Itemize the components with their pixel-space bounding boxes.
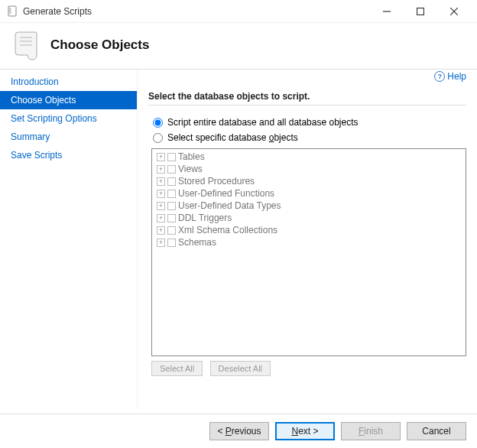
expand-icon[interactable]: + [157,226,165,235]
tree-item-user-defined-functions[interactable]: + User-Defined Functions [154,187,464,200]
expand-icon[interactable]: + [157,239,165,247]
wizard-sidebar: Introduction Choose Objects Set Scriptin… [0,70,138,409]
tree-item-label: Stored Procedures [178,176,255,187]
maximize-button[interactable] [404,1,437,22]
checkbox[interactable] [167,214,176,222]
checkbox[interactable] [167,226,176,235]
radio-select-specific[interactable]: Select specific database objects [148,130,466,145]
tree-item-label: Tables [178,151,205,162]
sidebar-item-choose-objects[interactable]: Choose Objects [0,91,137,109]
radio-script-entire-input[interactable] [153,118,163,128]
expand-icon[interactable]: + [157,153,165,161]
tree-item-label: Schemas [178,237,216,248]
sidebar-item-introduction[interactable]: Introduction [0,73,137,91]
radio-select-specific-input[interactable] [153,133,163,143]
checkbox[interactable] [167,190,176,198]
expand-icon[interactable]: + [157,190,165,198]
previous-button[interactable]: < Previous [209,422,269,440]
wizard-main: ? Help Select the database objects to sc… [138,70,477,409]
window-title: Generate Scripts [23,6,92,17]
expand-icon[interactable]: + [157,165,165,174]
sidebar-item-set-scripting-options[interactable]: Set Scripting Options [0,109,137,128]
radio-select-specific-label: Select specific database objects [167,132,298,143]
tree-item-user-defined-data-types[interactable]: + User-Defined Data Types [154,200,464,212]
next-button[interactable]: Next > [275,422,335,440]
tree-item-schemas[interactable]: + Schemas [154,236,464,248]
expand-icon[interactable]: + [157,177,165,186]
checkbox[interactable] [167,239,176,247]
sidebar-item-summary[interactable]: Summary [0,128,137,146]
minimize-button[interactable] [370,1,404,22]
cancel-button[interactable]: Cancel [407,422,466,440]
expand-icon[interactable]: + [157,214,165,222]
select-all-button: Select All [151,361,203,376]
radio-script-entire[interactable]: Script entire database and all database … [148,115,466,130]
radio-script-entire-label: Script entire database and all database … [167,117,359,128]
instruction-text: Select the database objects to script. [148,91,466,102]
script-icon [11,29,43,61]
help-label: Help [447,71,466,82]
titlebar: Generate Scripts [0,0,477,23]
wizard-footer: < Previous Next > Finish Cancel [0,414,477,448]
tree-item-xml-schema-collections[interactable]: + Xml Schema Collections [154,224,464,236]
tree-item-label: Views [178,164,203,174]
expand-icon[interactable]: + [157,202,165,210]
finish-button: Finish [341,422,401,440]
deselect-all-button: Deselect All [210,361,271,376]
tree-item-label: User-Defined Functions [178,188,274,199]
divider [148,105,466,106]
tree-item-label: DDL Triggers [178,213,232,223]
close-button[interactable] [437,1,471,22]
checkbox[interactable] [167,202,176,210]
tree-item-tables[interactable]: + Tables [154,151,464,163]
wizard-header: Choose Objects [0,23,477,70]
content: Introduction Choose Objects Set Scriptin… [0,70,477,409]
tree-item-stored-procedures[interactable]: + Stored Procedures [154,175,464,187]
help-link[interactable]: ? Help [434,71,466,82]
help-icon: ? [434,71,445,82]
svg-rect-2 [417,8,424,15]
tree-item-label: User-Defined Data Types [178,200,281,211]
page-heading: Choose Objects [50,37,149,53]
checkbox[interactable] [167,153,176,161]
checkbox[interactable] [167,165,176,174]
checkbox[interactable] [167,177,176,186]
tree-item-views[interactable]: + Views [154,163,464,175]
object-tree[interactable]: + Tables + Views + Stored Procedures + U… [151,148,466,356]
app-icon [6,5,18,18]
tree-item-label: Xml Schema Collections [178,225,277,235]
tree-item-ddl-triggers[interactable]: + DDL Triggers [154,212,464,224]
sidebar-item-save-scripts[interactable]: Save Scripts [0,146,137,164]
